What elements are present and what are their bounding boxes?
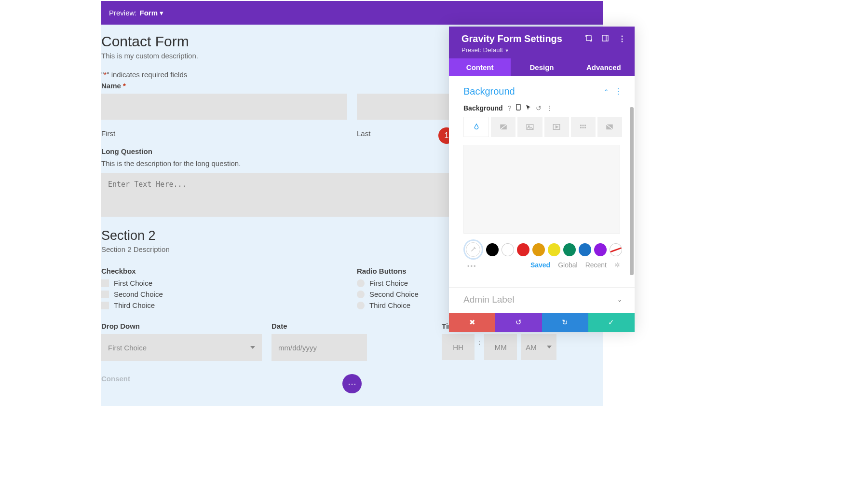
swatch-blue[interactable] [579, 243, 591, 256]
close-icon: ✖ [469, 318, 475, 327]
redo-icon: ↻ [562, 318, 568, 327]
radio-icon [357, 279, 365, 287]
color-preview[interactable] [463, 145, 620, 234]
checkbox-icon [101, 279, 109, 287]
checkbox-choice[interactable]: Third Choice [101, 301, 347, 309]
bg-image-tab[interactable] [517, 117, 542, 137]
swatch-red[interactable] [517, 243, 529, 256]
caret-down-icon: ▾ [160, 9, 163, 17]
scrollbar-thumb[interactable] [630, 107, 634, 275]
expand-icon[interactable] [585, 35, 592, 43]
chevron-down-icon [250, 346, 255, 349]
tab-design[interactable]: Design [511, 58, 572, 76]
swatch-yellow[interactable] [548, 243, 560, 256]
preview-label: Preview: [109, 9, 137, 17]
bg-mask-tab[interactable] [597, 117, 622, 137]
redo-button[interactable]: ↻ [542, 313, 588, 332]
svg-rect-8 [580, 125, 582, 126]
svg-rect-9 [583, 125, 584, 126]
more-vertical-icon[interactable]: ⋮ [618, 34, 626, 43]
gear-icon[interactable]: ✲ [614, 261, 620, 269]
svg-rect-0 [586, 36, 591, 41]
radio-icon [357, 302, 365, 309]
swatch-tab-saved[interactable]: Saved [530, 261, 550, 269]
more-vertical-icon[interactable]: ⋮ [614, 87, 622, 96]
svg-rect-3 [516, 104, 520, 110]
svg-rect-12 [583, 127, 584, 128]
swatch-row [449, 237, 635, 261]
panel-body: Background ⌃ ⋮ Background ? ↺ ⋮ [449, 76, 635, 313]
checkbox-icon [101, 291, 109, 298]
date-label: Date [271, 322, 432, 330]
swatch-tab-global[interactable]: Global [558, 261, 577, 269]
background-type-tabs [449, 117, 635, 137]
swatch-black[interactable] [486, 243, 499, 256]
preview-bar[interactable]: Preview: Form ▾ [101, 1, 603, 25]
swatch-transparent[interactable] [610, 243, 622, 256]
bg-gradient-tab[interactable] [491, 117, 515, 137]
svg-rect-11 [580, 127, 582, 128]
help-icon[interactable]: ? [508, 104, 512, 112]
settings-panel: Gravity Form Settings ⋮ Preset: Default … [449, 27, 635, 332]
tab-advanced[interactable]: Advanced [573, 58, 635, 76]
svg-rect-10 [584, 125, 586, 126]
background-option-row: Background ? ↺ ⋮ [449, 102, 635, 117]
dropdown-label: Drop Down [101, 322, 262, 330]
chevron-down-icon: ⌄ [617, 296, 622, 303]
close-button[interactable]: ✖ [449, 313, 495, 332]
dropdown-select[interactable]: First Choice [101, 334, 262, 361]
bg-video-tab[interactable] [544, 117, 569, 137]
more-horizontal-icon: ⋯ [348, 378, 356, 389]
first-name-sublabel: First [101, 129, 347, 138]
checkbox-label: Checkbox [101, 267, 347, 275]
radio-icon [357, 291, 365, 298]
time-hh-input[interactable]: HH [442, 334, 475, 360]
undo-button[interactable]: ↺ [495, 313, 542, 332]
swatch-green[interactable] [563, 243, 576, 256]
swatch-tabs: Saved Global Recent ✲ [449, 261, 635, 278]
phone-icon[interactable] [516, 104, 521, 112]
first-name-input[interactable] [101, 94, 347, 120]
eyedropper-button[interactable] [463, 239, 483, 260]
svg-rect-1 [602, 35, 608, 41]
panel-header: Gravity Form Settings ⋮ Preset: Default … [449, 27, 635, 58]
reset-icon[interactable]: ↺ [536, 104, 542, 112]
time-mm-input[interactable]: MM [484, 334, 517, 360]
checkbox-choice[interactable]: Second Choice [101, 290, 347, 298]
time-colon: : [478, 338, 480, 346]
swatch-tab-recent[interactable]: Recent [585, 261, 607, 269]
panel-title: Gravity Form Settings [461, 33, 562, 44]
swatch-orange[interactable] [532, 243, 545, 256]
swatch-purple[interactable] [594, 243, 607, 256]
save-button[interactable]: ✓ [588, 313, 635, 332]
check-icon: ✓ [608, 318, 614, 327]
bg-pattern-tab[interactable] [571, 117, 596, 137]
chevron-down-icon [547, 346, 552, 348]
checkbox-choice[interactable]: First Choice [101, 279, 347, 287]
undo-icon: ↺ [515, 318, 522, 327]
chevron-up-icon[interactable]: ⌃ [604, 88, 609, 95]
more-vertical-icon[interactable]: ⋮ [546, 104, 553, 112]
hover-icon[interactable] [526, 104, 531, 112]
preset-selector[interactable]: Preset: Default ▼ [461, 46, 626, 54]
background-section-header[interactable]: Background ⌃ ⋮ [449, 82, 635, 102]
checkbox-icon [101, 302, 109, 309]
admin-label-section[interactable]: Admin Label ⌄ [449, 287, 635, 313]
fab-more-button[interactable]: ⋯ [342, 374, 362, 393]
action-bar: ✖ ↺ ↻ ✓ [449, 313, 635, 332]
swatch-white[interactable] [502, 243, 514, 256]
time-ampm-select[interactable]: AM [521, 334, 556, 360]
preview-value: Form [140, 9, 158, 17]
panel-tabs: Content Design Advanced [449, 58, 635, 76]
tab-content[interactable]: Content [449, 58, 511, 76]
bg-fill-tab[interactable] [463, 117, 489, 137]
snap-icon[interactable] [602, 35, 609, 43]
svg-rect-13 [584, 127, 586, 128]
date-input[interactable]: mm/dd/yyyy [271, 334, 367, 361]
